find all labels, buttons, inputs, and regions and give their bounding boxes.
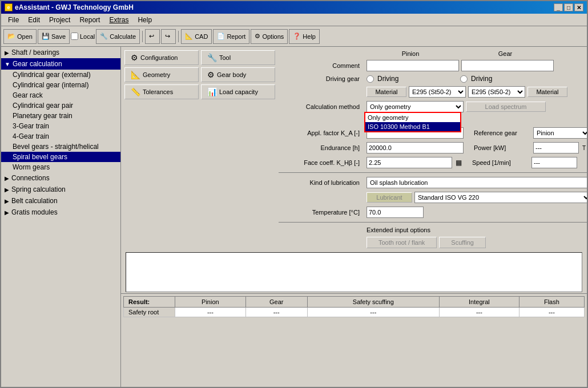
sidebar-group-connections-header[interactable]: ▶ Connections [1, 172, 120, 184]
load-spectrum-button[interactable]: Load spectrum [466, 102, 546, 112]
sidebar-item-3gear[interactable]: 3-Gear train [1, 121, 120, 131]
sidebar-group-gratis-header[interactable]: ▶ Gratis modules [1, 207, 120, 218]
save-button[interactable]: 💾 Save [38, 29, 70, 44]
menu-help[interactable]: Help [133, 15, 156, 25]
menu-file[interactable]: File [3, 15, 23, 25]
notes-area[interactable] [126, 252, 582, 292]
sidebar: ▶ Shaft / bearings ▼ Gear calculation Cy… [1, 47, 121, 387]
menu-edit[interactable]: Edit [23, 15, 45, 25]
sidebar-item-planetary[interactable]: Planetary gear train [1, 111, 120, 121]
belt-triangle-icon: ▶ [5, 198, 9, 204]
minimize-button[interactable]: _ [554, 3, 563, 11]
sidebar-item-bevel[interactable]: Bevel gears - straight/helical [1, 142, 120, 152]
sidebar-group-belt: ▶ Belt calculation [1, 195, 120, 207]
driving-pinion-radio[interactable] [367, 75, 374, 83]
window-title: eAssistant - GWJ Technology GmbH [15, 3, 134, 11]
options-button[interactable]: ⚙ Options [251, 29, 288, 44]
tool-button[interactable]: 🔧 Tool [201, 50, 275, 65]
comment-gear-input[interactable] [461, 60, 554, 71]
sidebar-group-spring: ▶ Spring calculation [1, 184, 120, 195]
col-headers: Pinion Gear [279, 50, 587, 57]
gear-col-header: Gear [459, 50, 551, 57]
app-icon: e [5, 3, 13, 11]
sidebar-group-spring-header[interactable]: ▶ Spring calculation [1, 184, 120, 195]
lubrication-select[interactable]: Oil splash lubrication [367, 177, 587, 188]
power-input[interactable] [533, 142, 579, 153]
result-label-safety-root: Safety root [124, 308, 175, 317]
lubricant-select[interactable]: Standard ISO VG 220 [414, 192, 587, 203]
close-button[interactable]: ✕ [574, 3, 583, 11]
comment-row: Comment [279, 58, 587, 73]
main-content: ▶ Shaft / bearings ▼ Gear calculation Cy… [1, 47, 587, 387]
help-button[interactable]: ❓ Help [289, 29, 320, 44]
sidebar-item-4gear[interactable]: 4-Gear train [1, 131, 120, 142]
cad-button[interactable]: 📐 CAD [181, 29, 212, 44]
ext-buttons-row: Tooth root / flank Scuffing [279, 235, 587, 250]
menu-extras[interactable]: Extras [104, 15, 133, 25]
dropdown-item-iso[interactable]: ISO 10300 Method B1 [365, 122, 460, 131]
tool-icon: 🔧 [207, 53, 217, 62]
results-table: Result: Pinion Gear Safety scuffing Inte… [123, 296, 585, 317]
result-scuffing-safety-root: --- [307, 308, 439, 317]
face-coeff-input[interactable] [367, 157, 452, 168]
undo-button[interactable]: ↩ [145, 29, 160, 44]
gear-body-button[interactable]: ⚙ Gear body [201, 67, 275, 82]
tolerances-button[interactable]: 📏 Tolerances [124, 84, 199, 99]
load-capacity-button[interactable]: 📊 Load capacity [201, 84, 275, 99]
sidebar-group-shaft-header[interactable]: ▶ Shaft / bearings [1, 47, 120, 58]
lubricant-button[interactable]: Lubricant [367, 192, 412, 203]
extended-options-label: Extended input options [367, 227, 430, 233]
geometry-button[interactable]: 📐 Geometry [124, 67, 199, 82]
driving-gear-radio[interactable] [460, 75, 468, 83]
calculate-icon: 🔧 [100, 33, 108, 40]
sidebar-group-connections: ▶ Connections [1, 172, 120, 184]
endurance-input[interactable] [367, 142, 464, 153]
comment-pinion-input[interactable] [367, 60, 459, 71]
sidebar-group-gear-header[interactable]: ▼ Gear calculation [1, 58, 120, 70]
configuration-button[interactable]: ⚙ Configuration [124, 50, 199, 65]
maximize-button[interactable]: □ [564, 3, 573, 11]
material-gear-button[interactable]: Material [527, 87, 567, 97]
material-gear-select[interactable]: E295 (St50-2) [468, 86, 525, 98]
sidebar-group-gear: ▼ Gear calculation Cylindrical gear (ext… [1, 58, 120, 172]
temperature-input[interactable] [367, 207, 424, 218]
redo-button[interactable]: ↪ [161, 29, 176, 44]
sidebar-group-gratis: ▶ Gratis modules [1, 207, 120, 218]
tooth-root-button[interactable]: Tooth root / flank [367, 237, 437, 248]
result-header-gear: Gear [245, 297, 307, 308]
sidebar-item-cyl-int[interactable]: Cylindrical gear (internal) [1, 80, 120, 90]
result-header-label: Result: [124, 297, 175, 308]
open-button[interactable]: 📂 Open [3, 29, 37, 44]
menu-project[interactable]: Project [45, 15, 75, 25]
gratis-triangle-icon: ▶ [5, 209, 9, 216]
calc-method-select[interactable]: Only geometry [367, 101, 464, 112]
gear-group-label: Gear calculation [13, 60, 62, 68]
report-button[interactable]: 📄 Report [213, 29, 249, 44]
spring-group-label: Spring calculation [11, 185, 66, 193]
temperature-row: Temperature [°C] [279, 205, 587, 220]
save-icon: 💾 [42, 33, 50, 40]
calculate-button[interactable]: 🔧 Calculate [96, 29, 140, 44]
dropdown-item-only-geometry[interactable]: Only geometry [365, 113, 460, 122]
material-pinion-select[interactable]: E295 (St50-2) [409, 86, 466, 98]
sub-toolbar-row3: 📏 Tolerances 📊 Load capacity [124, 84, 275, 99]
scuffing-button[interactable]: Scuffing [439, 237, 486, 248]
report-icon: 📄 [217, 33, 225, 40]
speed-input[interactable] [531, 157, 577, 168]
sidebar-item-gear-rack[interactable]: Gear rack [1, 90, 120, 100]
endurance-label: Endurance [h] [279, 144, 364, 151]
lubrication-row: Kind of lubrication Oil splash lubricati… [279, 175, 587, 190]
material-pinion-button[interactable]: Material [367, 87, 406, 97]
sidebar-item-worm[interactable]: Worm gears [1, 162, 120, 172]
driving-pinion-label: Driving [377, 75, 398, 83]
calc-method-container: Calculation method Only geometry Load sp… [279, 99, 587, 114]
sidebar-item-spiral[interactable]: Spiral bevel gears [1, 152, 120, 162]
local-checkbox[interactable] [71, 33, 78, 40]
sidebar-item-cyl-ext[interactable]: Cylindrical gear (external) [1, 70, 120, 80]
sidebar-item-cyl-pair[interactable]: Cylindrical gear pair [1, 100, 120, 111]
sidebar-group-belt-header[interactable]: ▶ Belt calculation [1, 195, 120, 207]
menu-report[interactable]: Report [75, 15, 104, 25]
reference-gear-select[interactable]: Pinion [533, 127, 587, 139]
right-panel: ⚙ Configuration 🔧 Tool 📐 Geometry [121, 47, 587, 387]
menu-bar: File Edit Project Report Extras Help [1, 14, 587, 26]
